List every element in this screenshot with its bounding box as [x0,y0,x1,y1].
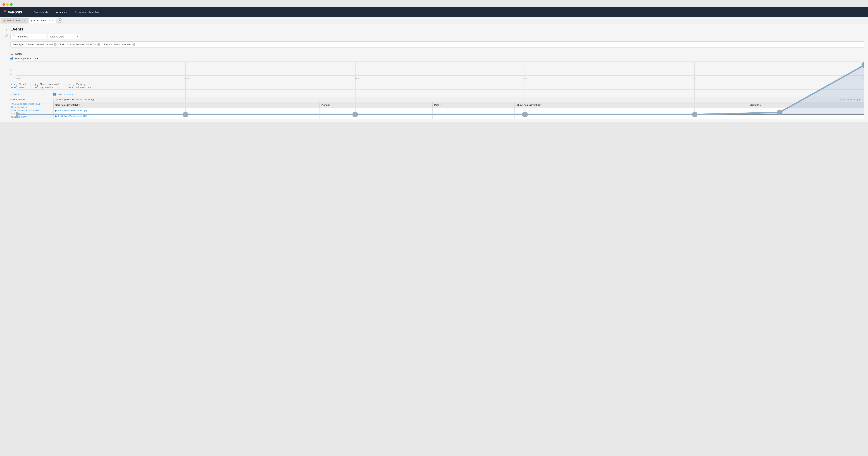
main-content: Events All Servers Last 30 Days ▾ Eve [0,24,868,122]
filter-tag-eventtype: Event Type = DS object permission added … [13,43,57,46]
chart-area: 17 3 0 [10,61,864,80]
tab-icon-blue [31,20,32,22]
svg-rect-6 [11,58,12,60]
tab-add-button[interactable]: + [58,18,62,23]
tab-icon-orange [4,20,5,22]
x-label-1: 22/01 [16,77,21,80]
servers-label: All Servers [17,35,28,38]
tab-close-event[interactable]: × [51,19,54,22]
svg-rect-1 [5,34,6,35]
chevron-down-icon: ▾ [77,35,78,38]
filter-remove-path[interactable]: × [97,43,100,46]
x-label-3: 30/01 [354,77,359,80]
filter-platform-text: Platform = Directory Services [103,43,131,46]
filter-tag-path: Path = DirectoryServices\LH289.COM × [60,43,100,46]
app-logo: VARONIS [4,10,22,15]
content-area: Events All Servers Last 30 Days ▾ Eve [9,27,864,119]
x-label-2: 26/01 [185,77,190,80]
sidebar-chevron-icon[interactable] [4,28,8,32]
blue-separator [10,50,864,50]
tab-event-on-res[interactable]: Event On Res... * × [28,18,57,24]
traffic-light-yellow[interactable] [6,3,9,6]
x-label-5: 7/02 [691,77,695,80]
filter-sep-1: | [58,43,59,46]
sidebar-icons [4,27,9,119]
x-label-4: 3/02 [523,77,527,80]
y-label-0: 0 [10,74,12,76]
bar-chart-icon [10,57,13,60]
traffic-lights [0,2,868,7]
event-details-chevron: ▾ [10,98,12,101]
event-op-select[interactable]: All ▾ [34,57,38,60]
refine-chevrons-icon: « [10,93,12,96]
event-op-chevron: ▾ [37,57,38,60]
nav-item-dashboards[interactable]: Dashboards [30,7,52,17]
date-label: Last 30 Days [50,35,64,38]
filter-remove-platform[interactable]: × [132,43,135,46]
tab-event-label: Event On Res... * [33,19,50,22]
navbar: VARONIS Dashboards Analytics Scheduled S… [0,7,868,17]
page-title: Events [10,27,864,32]
filter-remove-eventtype[interactable]: × [54,43,57,46]
traffic-light-green[interactable] [10,3,12,6]
svg-rect-3 [5,35,6,36]
svg-text:VARONIS: VARONIS [8,10,22,14]
filter-bar: All Servers Last 30 Days ▾ [10,34,864,39]
servers-icon [13,35,15,38]
sidebar-table-icon[interactable] [4,33,8,37]
navbar-divider [26,9,26,15]
nav-items: Dashboards Analytics Scheduled Searches [30,7,103,17]
event-op-label: Event Operation: [15,57,32,60]
chart-svg [16,61,864,118]
servers-dropdown[interactable]: All Servers [10,34,46,39]
nav-item-analytics[interactable]: Analytics [52,7,71,17]
svg-rect-7 [12,57,13,60]
x-label-6: 11/02 [859,77,864,80]
tab-alert-info[interactable]: Alert info: F59A. × [1,18,28,24]
main-window: VARONIS Dashboards Analytics Scheduled S… [0,7,868,122]
tab-close-alert[interactable]: × [23,19,26,22]
sidebar-area: Events All Servers Last 30 Days ▾ Eve [4,27,864,119]
date-dropdown[interactable]: Last 30 Days ▾ [48,34,80,39]
filter-sep-2: | [102,43,102,46]
filter-tag-platform: Platform = Directory Services × [103,43,135,46]
event-op-value: All [34,57,36,60]
tab-bar: Alert info: F59A. × Event On Res... * × … [0,17,868,24]
active-filters: Event Type = DS object permission added … [10,41,864,48]
chart-x-labels: 22/01 26/01 30/01 3/02 7/02 11/02 [16,77,864,80]
filter-path-text: Path = DirectoryServices\LH289.COM [60,43,96,46]
traffic-light-red[interactable] [2,3,5,6]
results-count: 19 Results [10,52,864,55]
filter-eventtype-text: Event Type = DS object permission added [13,43,53,46]
window-chrome [0,0,868,7]
svg-rect-2 [6,34,7,35]
y-label-17: 17 [10,61,12,64]
chart-y-labels: 17 3 0 [10,61,12,76]
svg-rect-5 [10,58,11,60]
svg-rect-4 [6,35,7,36]
nav-item-scheduled-searches[interactable]: Scheduled Searches [71,7,103,17]
event-op-bar: Event Operation: All ▾ [10,57,864,60]
y-label-3: 3 [10,69,12,71]
tab-alert-label: Alert info: F59A. [6,19,22,22]
